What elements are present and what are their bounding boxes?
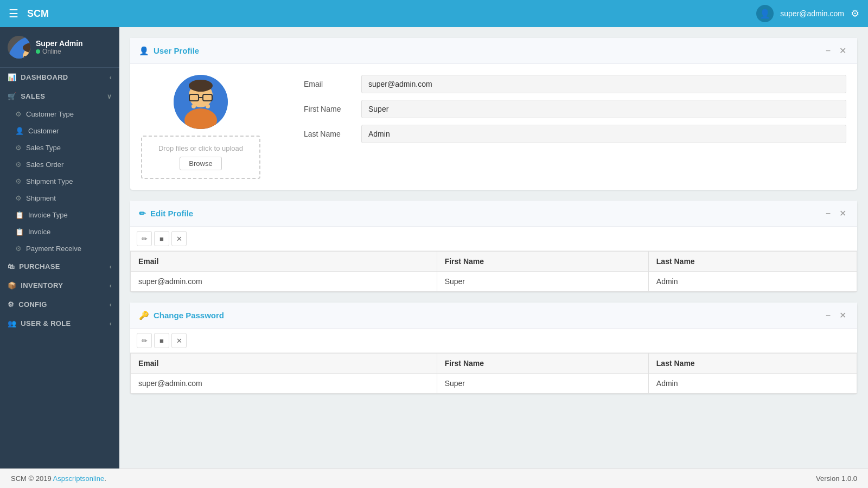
upload-area[interactable]: Drop files or click to upload Browse bbox=[141, 136, 260, 179]
first-name-label: First Name bbox=[304, 105, 353, 113]
sidebar-user-section: Super Admin Online bbox=[0, 27, 119, 68]
user-profile-panel: 👤 User Profile − ✕ bbox=[130, 38, 857, 190]
sidebar-section-config-label: CONFIG bbox=[18, 300, 47, 309]
change-password-table: Email First Name Last Name super@admin.c… bbox=[130, 353, 857, 394]
inventory-icon: 📦 bbox=[8, 281, 16, 290]
sidebar: Super Admin Online 📊 DASHBOARD ‹ 🛒 bbox=[0, 27, 119, 468]
minimize-button[interactable]: − bbox=[824, 45, 833, 57]
topnav-settings-icon[interactable]: ⚙ bbox=[851, 8, 859, 20]
sidebar-section-user-role[interactable]: 👥 USER & ROLE ‹ bbox=[0, 314, 119, 333]
table-cell-first-name: Super bbox=[437, 272, 648, 292]
svg-point-17 bbox=[206, 104, 210, 108]
sidebar-section-dashboard[interactable]: 📊 DASHBOARD ‹ bbox=[0, 68, 119, 87]
sidebar-item-customer-type[interactable]: ⚙ Customer Type bbox=[0, 106, 119, 123]
topnav-left: ☰ SCM bbox=[9, 7, 49, 20]
first-name-field-row: First Name Super bbox=[304, 100, 846, 118]
table-cell-email: super@admin.com bbox=[131, 272, 437, 292]
sidebar-item-shipment[interactable]: ⚙ Shipment bbox=[0, 190, 119, 207]
cp-table-cell-last-name: Admin bbox=[648, 374, 857, 394]
footer: SCM © 2019 Aspscriptsonline. Version 1.0… bbox=[0, 468, 868, 488]
close-button[interactable]: ✕ bbox=[837, 44, 848, 57]
table-header-email: Email bbox=[131, 252, 437, 272]
topnav-right: 👤 super@admin.com ⚙ bbox=[756, 5, 859, 22]
sidebar-item-shipment-type-label: Shipment Type bbox=[26, 177, 73, 185]
gear-icon-4: ⚙ bbox=[15, 177, 22, 185]
user-profile-body: Drop files or click to upload Browse Ema… bbox=[130, 64, 857, 190]
table-row: super@admin.com Super Admin bbox=[131, 272, 857, 292]
chevron-right-icon-5: ‹ bbox=[110, 320, 112, 328]
sidebar-section-inventory[interactable]: 📦 INVENTORY ‹ bbox=[0, 276, 119, 295]
sidebar-item-invoice-type[interactable]: 📋 Invoice Type bbox=[0, 207, 119, 223]
first-name-value: Super bbox=[361, 100, 846, 118]
change-password-minimize-button[interactable]: − bbox=[824, 310, 833, 322]
change-password-title: 🔑 Change Password bbox=[139, 311, 224, 320]
change-password-close-button[interactable]: ✕ bbox=[837, 309, 848, 322]
chevron-right-icon: ‹ bbox=[110, 74, 112, 81]
sidebar-status: Online bbox=[36, 48, 83, 55]
sidebar-item-sales-order[interactable]: ⚙ Sales Order bbox=[0, 156, 119, 173]
edit-profile-panel: ✏ Edit Profile − ✕ ✏ ■ ✕ Email First Nam… bbox=[130, 201, 857, 292]
change-password-edit-button[interactable]: ✏ bbox=[137, 333, 152, 348]
cp-table-header-last-name: Last Name bbox=[648, 354, 857, 374]
upload-placeholder: Drop files or click to upload bbox=[158, 144, 243, 152]
edit-profile-cancel-button[interactable]: ✕ bbox=[171, 231, 187, 246]
svg-point-16 bbox=[192, 104, 196, 108]
sidebar-username: Super Admin bbox=[36, 39, 83, 48]
gear-icon-2: ⚙ bbox=[15, 144, 22, 152]
edit-profile-save-button[interactable]: ■ bbox=[154, 231, 169, 246]
last-name-label: Last Name bbox=[304, 130, 353, 138]
person-icon: 👤 bbox=[15, 127, 24, 135]
change-password-panel-controls: − ✕ bbox=[824, 309, 848, 322]
sidebar-section-sales[interactable]: 🛒 SALES ∨ bbox=[0, 87, 119, 106]
sidebar-section-config[interactable]: ⚙ CONFIG ‹ bbox=[0, 295, 119, 314]
sidebar-item-payment-receive-label: Payment Receive bbox=[26, 245, 81, 253]
sidebar-item-sales-type-label: Sales Type bbox=[26, 144, 61, 152]
svg-point-12 bbox=[189, 80, 213, 92]
change-password-cancel-button[interactable]: ✕ bbox=[171, 333, 187, 348]
cp-table-cell-first-name: Super bbox=[437, 374, 648, 394]
user-profile-panel-controls: − ✕ bbox=[824, 44, 848, 57]
edit-profile-panel-controls: − ✕ bbox=[824, 207, 848, 220]
change-password-title-text: Change Password bbox=[154, 311, 224, 320]
profile-fields: Email super@admin.com First Name Super L… bbox=[304, 75, 846, 179]
purchase-icon: 🛍 bbox=[8, 262, 15, 271]
sidebar-user-info: Super Admin Online bbox=[36, 39, 83, 55]
edit-profile-toolbar: ✏ ■ ✕ bbox=[130, 227, 857, 251]
footer-version: Version 1.0.0 bbox=[816, 474, 857, 483]
edit-profile-minimize-button[interactable]: − bbox=[824, 208, 833, 220]
doc-icon: 📋 bbox=[15, 211, 24, 219]
table-header-first-name: First Name bbox=[437, 252, 648, 272]
brand-title: SCM bbox=[27, 8, 49, 20]
config-icon: ⚙ bbox=[8, 300, 14, 309]
email-value: super@admin.com bbox=[361, 75, 846, 93]
sidebar-item-shipment-label: Shipment bbox=[26, 194, 56, 202]
gear-icon: ⚙ bbox=[15, 110, 22, 118]
user-role-icon: 👥 bbox=[8, 319, 16, 328]
svg-point-7 bbox=[27, 57, 30, 59]
sidebar-item-customer-type-label: Customer Type bbox=[26, 110, 74, 118]
footer-link[interactable]: Aspscriptsonline bbox=[53, 474, 105, 483]
edit-profile-close-button[interactable]: ✕ bbox=[837, 207, 848, 220]
sidebar-item-invoice-type-label: Invoice Type bbox=[28, 211, 68, 219]
sidebar-item-invoice-label: Invoice bbox=[28, 228, 50, 236]
dashboard-icon: 📊 bbox=[8, 73, 16, 81]
browse-button[interactable]: Browse bbox=[180, 157, 221, 170]
last-name-field-row: Last Name Admin bbox=[304, 125, 846, 143]
sidebar-item-payment-receive[interactable]: ⚙ Payment Receive bbox=[0, 240, 119, 257]
sidebar-item-sales-type[interactable]: ⚙ Sales Type bbox=[0, 139, 119, 156]
sidebar-nav: 📊 DASHBOARD ‹ 🛒 SALES ∨ ⚙ Customer Type … bbox=[0, 68, 119, 468]
edit-profile-edit-button[interactable]: ✏ bbox=[137, 231, 152, 246]
cp-table-header-first-name: First Name bbox=[437, 354, 648, 374]
sidebar-section-user-role-label: USER & ROLE bbox=[21, 319, 71, 328]
sidebar-item-customer-label: Customer bbox=[28, 127, 59, 135]
sidebar-item-invoice[interactable]: 📋 Invoice bbox=[0, 223, 119, 240]
sidebar-item-customer[interactable]: 👤 Customer bbox=[0, 123, 119, 139]
change-password-icon: 🔑 bbox=[139, 311, 149, 320]
sidebar-section-purchase[interactable]: 🛍 PURCHASE ‹ bbox=[0, 257, 119, 276]
gear-icon-6: ⚙ bbox=[15, 245, 22, 253]
sidebar-item-shipment-type[interactable]: ⚙ Shipment Type bbox=[0, 173, 119, 190]
change-password-save-button[interactable]: ■ bbox=[154, 333, 169, 348]
cp-table-cell-email: super@admin.com bbox=[131, 374, 437, 394]
hamburger-icon[interactable]: ☰ bbox=[9, 7, 18, 20]
footer-copyright: SCM © 2019 Aspscriptsonline. bbox=[11, 474, 106, 483]
